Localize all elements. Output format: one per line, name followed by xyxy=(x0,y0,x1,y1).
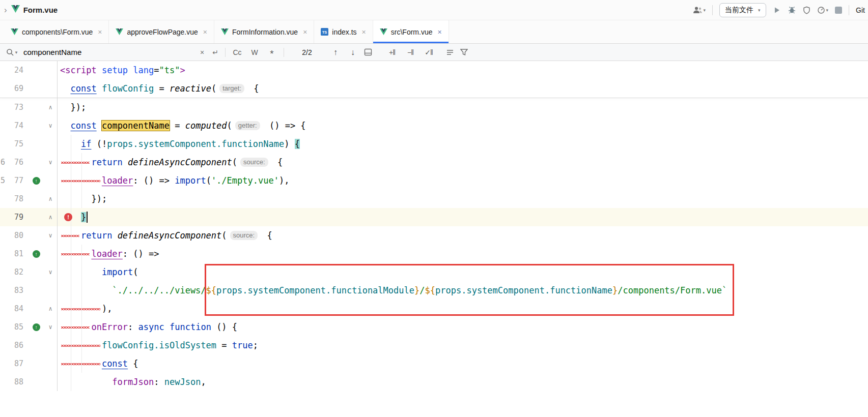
clear-search-icon[interactable]: × xyxy=(195,46,209,58)
add-occurrence-button[interactable]: +‖ xyxy=(384,48,400,56)
gutter-icon-slot: ↑ xyxy=(29,245,44,263)
editor-tab-components-Form.vue[interactable]: components\Form.vue× xyxy=(4,20,109,43)
fold-down-icon[interactable]: ∨ xyxy=(44,263,57,281)
code-line-74[interactable]: 74∨ const componentName = computed(gette… xyxy=(0,116,868,135)
code-text[interactable]: `./../../../views/${props.systemComponen… xyxy=(57,281,868,300)
code-line-75[interactable]: 75 if (!props.systemComponent.functionNa… xyxy=(0,135,868,153)
debug-button[interactable] xyxy=(788,6,796,14)
override-gutter-icon[interactable]: ↑ xyxy=(33,323,40,331)
search-input[interactable]: componentName xyxy=(23,48,191,56)
match-case-toggle[interactable]: Cc xyxy=(229,48,246,56)
token: = xyxy=(216,340,232,350)
remove-occurrence-button[interactable]: −‖ xyxy=(402,48,418,56)
code-text[interactable]: return defineAsyncComponent(source: { xyxy=(57,226,868,245)
search-icon[interactable]: ▾ xyxy=(5,46,18,58)
override-gutter-icon[interactable]: ↑ xyxy=(33,177,40,185)
chevron-down-icon: ▾ xyxy=(758,8,761,13)
run-configuration-select[interactable]: 当前文件 ▾ xyxy=(719,3,766,17)
code-line-69[interactable]: 69 const flowConfig = reactive(target: { xyxy=(0,79,868,98)
code-editor[interactable]: 24<script setup lang="ts">69 const flowC… xyxy=(0,61,868,417)
fold-up-icon[interactable]: ∧ xyxy=(44,98,57,116)
code-line-76[interactable]: 676∨ return defineAsyncComponent(source:… xyxy=(0,153,868,171)
newline-icon[interactable]: ↵ xyxy=(209,46,222,58)
code-text[interactable]: flowConfig.isOldSystem = true; xyxy=(57,336,868,354)
editor-tab-approveFlowPage.vue[interactable]: approveFlowPage.vue× xyxy=(109,20,214,43)
code-line-86[interactable]: 86 flowConfig.isOldSystem = true; xyxy=(0,336,868,354)
code-line-85[interactable]: 85↑∨ onError: async function () { xyxy=(0,318,868,336)
editor-tab-FormInformation.vue[interactable]: FormInformation.vue× xyxy=(214,20,314,43)
profiler-button[interactable]: ▾ xyxy=(817,6,829,14)
override-gutter-icon[interactable]: ↑ xyxy=(33,250,40,258)
stop-button[interactable] xyxy=(835,7,842,14)
users-icon[interactable]: ▾ xyxy=(693,6,706,14)
coverage-button[interactable] xyxy=(803,6,810,14)
filter-icon[interactable] xyxy=(457,46,470,58)
code-line-80[interactable]: 80∨ return defineAsyncComponent(source: … xyxy=(0,226,868,245)
code-text[interactable]: loader: () => xyxy=(57,245,868,263)
editor-tab-index.ts[interactable]: TSindex.ts× xyxy=(314,20,373,43)
fold-up-icon[interactable]: ∧ xyxy=(44,190,57,208)
tab-close-icon[interactable]: × xyxy=(303,28,307,36)
code-line-83[interactable]: 83 `./../../../views/${props.systemCompo… xyxy=(0,281,868,300)
filter-lines-icon[interactable] xyxy=(444,46,457,58)
gutter-icon-slot xyxy=(29,208,44,226)
code-text[interactable]: } xyxy=(57,208,868,226)
fold-down-icon[interactable]: ∨ xyxy=(44,153,57,171)
whole-words-toggle[interactable]: W xyxy=(246,48,263,56)
code-line-73[interactable]: 73∧ }); xyxy=(0,98,868,116)
token: const xyxy=(70,83,96,94)
code-line-24[interactable]: 24<script setup lang="ts"> xyxy=(0,61,868,79)
code-text[interactable]: formJson: newJson, xyxy=(57,373,868,391)
code-text[interactable]: onError: async function () { xyxy=(57,318,868,336)
indent xyxy=(60,267,102,277)
fold-down-icon[interactable]: ∨ xyxy=(44,318,57,336)
fold-up-icon[interactable]: ∧ xyxy=(44,300,57,318)
code-line-79[interactable]: !79∧ } xyxy=(0,208,868,226)
code-text[interactable]: return defineAsyncComponent(source: { xyxy=(57,153,868,171)
run-button[interactable] xyxy=(773,6,781,14)
code-text[interactable]: <script setup lang="ts"> xyxy=(57,61,868,79)
tab-close-icon[interactable]: × xyxy=(203,28,207,36)
token: = xyxy=(154,83,170,94)
code-text[interactable]: ), xyxy=(57,300,868,318)
git-menu[interactable]: Git xyxy=(856,6,865,14)
editor-tab-src-Form.vue[interactable]: src\Form.vue× xyxy=(373,20,449,43)
token: './Empty.vue' xyxy=(211,175,279,186)
code-text[interactable]: if (!props.systemComponent.functionName)… xyxy=(57,135,868,153)
open-in-find-window-button[interactable] xyxy=(361,46,375,58)
next-occurrence-button[interactable]: ↓ xyxy=(344,48,361,57)
token: : () => xyxy=(133,175,175,186)
fold-slot xyxy=(44,171,57,190)
error-icon[interactable]: ! xyxy=(64,213,72,221)
code-line-77[interactable]: 577↑ loader: () => import('./Empty.vue')… xyxy=(0,171,868,190)
code-text[interactable]: loader: () => import('./Empty.vue'), xyxy=(57,171,868,190)
code-line-78[interactable]: 78∧ }); xyxy=(0,190,868,208)
ide-window: › Form.vue ▾ 当前文件 ▾ ▾ Git xyxy=(0,0,868,417)
token: <script xyxy=(60,65,97,75)
fold-down-icon[interactable]: ∨ xyxy=(44,116,57,135)
token: ; xyxy=(253,340,258,350)
typescript-file-icon: TS xyxy=(321,28,328,36)
code-text[interactable]: import( xyxy=(57,263,868,281)
code-line-82[interactable]: 82∨ import( xyxy=(0,263,868,281)
regex-toggle[interactable]: * xyxy=(263,48,281,56)
tab-close-icon[interactable]: × xyxy=(98,28,102,36)
fold-down-icon[interactable]: ∨ xyxy=(44,226,57,245)
code-text[interactable]: const { xyxy=(57,354,868,373)
code-line-81[interactable]: 81↑ loader: () => xyxy=(0,245,868,263)
fold-up-icon[interactable]: ∧ xyxy=(44,208,57,226)
code-text[interactable]: const flowConfig = reactive(target: { xyxy=(57,79,868,98)
code-line-84[interactable]: 84∧ ), xyxy=(0,300,868,318)
lint-error-underline xyxy=(60,157,91,167)
previous-occurrence-button[interactable]: ↑ xyxy=(327,48,344,57)
token: newJson xyxy=(164,377,201,387)
tab-close-icon[interactable]: × xyxy=(362,28,366,36)
code-line-88[interactable]: 88 formJson: newJson, xyxy=(0,373,868,391)
tab-close-icon[interactable]: × xyxy=(437,28,441,36)
search-results-count: 2/2 xyxy=(287,48,327,56)
code-text[interactable]: const componentName = computed(getter: (… xyxy=(57,116,868,135)
select-all-occurrences-button[interactable]: ✓‖ xyxy=(421,48,437,56)
code-line-87[interactable]: 87 const { xyxy=(0,354,868,373)
code-text[interactable]: }); xyxy=(57,98,868,116)
code-text[interactable]: }); xyxy=(57,190,868,208)
